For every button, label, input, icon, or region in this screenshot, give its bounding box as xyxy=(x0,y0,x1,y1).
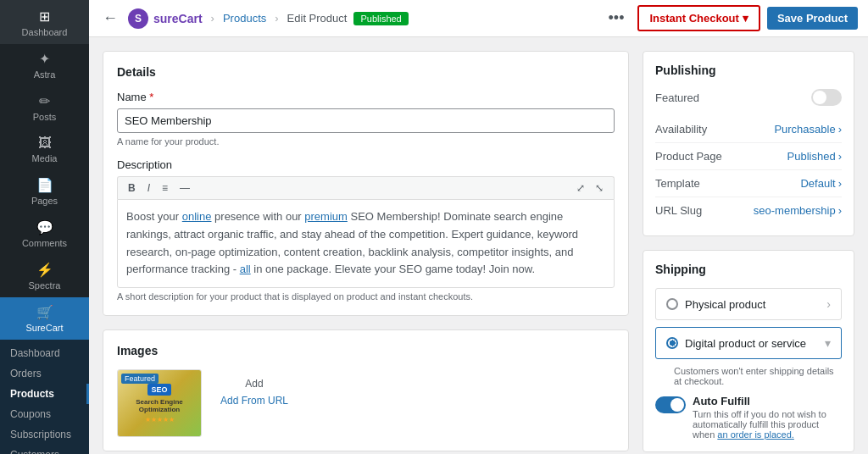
back-button[interactable]: ← xyxy=(99,6,121,30)
shipping-title: Shipping xyxy=(655,263,842,276)
image-featured-badge: Featured xyxy=(121,374,159,384)
sidebar-item-comments[interactable]: 💬 Comments xyxy=(0,213,89,255)
auto-fulfill-row: Auto Fulfill Turn this off if you do not… xyxy=(655,395,842,440)
breadcrumb-products[interactable]: Products xyxy=(223,12,266,25)
template-label: Template xyxy=(655,177,700,190)
chevron-right-icon4: › xyxy=(838,204,842,217)
left-column: Details Name * A name for your product. … xyxy=(103,51,629,440)
toggle-knob xyxy=(813,91,826,104)
posts-icon: ✏ xyxy=(39,93,50,109)
url-slug-value[interactable]: seo-membership › xyxy=(754,204,842,217)
sidebar-item-media[interactable]: 🖼 Media xyxy=(0,129,89,170)
editor-toolbar: B I ≡ — ⤢ ⤡ xyxy=(117,176,615,199)
description-text: Boost your online presence with our prem… xyxy=(126,210,578,275)
description-editor[interactable]: Boost your online presence with our prem… xyxy=(117,199,615,288)
sidebar-label-surecart: SureCart xyxy=(25,323,63,333)
breadcrumb-sep1: › xyxy=(211,12,214,25)
auto-fulfill-title: Auto Fulfill xyxy=(693,395,842,407)
status-badge: Published xyxy=(353,12,408,25)
publishing-card: Publishing Featured Availability Purchas… xyxy=(643,51,854,236)
product-page-row: Product Page Published › xyxy=(655,143,842,170)
featured-label: Featured xyxy=(655,91,699,104)
product-page-value[interactable]: Published › xyxy=(787,150,842,163)
digital-label: Digital product or service xyxy=(685,337,806,350)
auto-fulfill-toggle[interactable] xyxy=(655,396,686,413)
sidebar-item-pages[interactable]: 📄 Pages xyxy=(0,170,89,213)
chevron-right-icon3: › xyxy=(838,177,842,190)
astra-icon: ✦ xyxy=(39,51,50,67)
shipping-card: Shipping Physical product › Digital prod… xyxy=(643,250,854,452)
rule-button[interactable]: — xyxy=(176,180,193,196)
logo-icon: S xyxy=(128,8,148,29)
featured-toggle[interactable] xyxy=(811,89,842,106)
comments-icon: 💬 xyxy=(36,219,53,235)
instant-checkout-button[interactable]: Instant Checkout ▾ xyxy=(637,5,760,31)
sidebar-sub-subscriptions[interactable]: Subscriptions xyxy=(0,424,89,445)
name-label: Name * xyxy=(117,91,615,103)
bold-button[interactable]: B xyxy=(125,180,139,196)
url-slug-label: URL Slug xyxy=(655,204,702,217)
pages-icon: 📄 xyxy=(36,177,53,193)
images-card: Images Featured SEO Search EngineOptimiz… xyxy=(103,329,629,451)
save-product-button[interactable]: Save Product xyxy=(767,7,858,30)
surecart-icon: 🛒 xyxy=(36,304,53,320)
auto-toggle-knob xyxy=(670,398,684,412)
breadcrumb-edit-product: Edit Product xyxy=(287,12,348,25)
sidebar-label-dashboard: Dashboard xyxy=(22,27,68,37)
product-name-input[interactable] xyxy=(117,108,615,133)
media-icon: 🖼 xyxy=(38,136,52,151)
sidebar-label-posts: Posts xyxy=(33,112,57,122)
name-field-group: Name * A name for your product. xyxy=(117,91,615,147)
sidebar-label-comments: Comments xyxy=(22,238,67,248)
digital-radio xyxy=(666,337,678,349)
url-slug-row: URL Slug seo-membership › xyxy=(655,197,842,224)
content-area: Details Name * A name for your product. … xyxy=(89,37,868,454)
sidebar-label-spectra: Spectra xyxy=(29,280,61,291)
sidebar-sub-dashboard[interactable]: Dashboard xyxy=(0,343,89,363)
sidebar-sub-customers[interactable]: Customers xyxy=(0,445,89,454)
physical-product-option[interactable]: Physical product › xyxy=(655,288,842,320)
auto-fulfill-desc: Turn this off if you do not wish to auto… xyxy=(693,409,842,440)
product-image-thumb[interactable]: Featured SEO Search EngineOptimization ★… xyxy=(117,369,202,437)
sidebar-item-dashboard[interactable]: ⊞ Dashboard xyxy=(0,0,89,44)
sidebar-item-surecart[interactable]: 🛒 SureCart xyxy=(0,297,89,340)
instant-checkout-label: Instant Checkout xyxy=(649,12,738,25)
sidebar-item-posts[interactable]: ✏ Posts xyxy=(0,86,89,129)
images-grid: Featured SEO Search EngineOptimization ★… xyxy=(117,369,615,437)
italic-button[interactable]: I xyxy=(144,180,153,196)
sidebar-sub-products[interactable]: Products xyxy=(0,384,89,404)
physical-chevron-icon: › xyxy=(826,297,831,311)
list-button[interactable]: ≡ xyxy=(159,180,171,196)
add-text: Add xyxy=(245,378,263,390)
template-value[interactable]: Default › xyxy=(800,177,842,190)
logo: S sureCart xyxy=(128,8,203,29)
digital-option-left: Digital product or service xyxy=(666,337,806,350)
sidebar-sub-coupons[interactable]: Coupons xyxy=(0,404,89,424)
sidebar-item-spectra[interactable]: ⚡ Spectra xyxy=(0,255,89,297)
add-from-url-link[interactable]: Add From URL xyxy=(220,395,288,407)
name-hint: A name for your product. xyxy=(117,136,615,147)
details-title: Details xyxy=(117,65,615,79)
digital-desc: Customers won't enter shipping details a… xyxy=(655,366,842,386)
physical-label: Physical product xyxy=(685,298,765,311)
sidebar-label-pages: Pages xyxy=(31,196,58,206)
right-column: Publishing Featured Availability Purchas… xyxy=(643,51,854,440)
sidebar-label-media: Media xyxy=(32,153,58,163)
publishing-title: Publishing xyxy=(655,64,842,77)
product-page-label: Product Page xyxy=(655,150,722,163)
image-add-area: Add Add From URL xyxy=(212,369,297,415)
auto-fulfill-text: Auto Fulfill Turn this off if you do not… xyxy=(693,395,842,440)
sidebar-sub-orders[interactable]: Orders xyxy=(0,363,89,384)
shrink-button[interactable]: ⤡ xyxy=(592,180,607,196)
chevron-right-icon2: › xyxy=(838,150,842,163)
description-field-group: Description B I ≡ — ⤢ ⤡ Boost your onlin… xyxy=(117,158,615,302)
description-label: Description xyxy=(117,158,615,171)
expand-button[interactable]: ⤢ xyxy=(573,180,588,196)
digital-product-option[interactable]: Digital product or service ▾ xyxy=(655,327,842,359)
spectra-icon: ⚡ xyxy=(36,262,53,278)
digital-chevron-icon: ▾ xyxy=(825,336,831,350)
more-options-button[interactable]: ••• xyxy=(602,6,632,30)
availability-value[interactable]: Purchasable › xyxy=(774,123,842,136)
sidebar-item-astra[interactable]: ✦ Astra xyxy=(0,44,89,86)
availability-row: Availability Purchasable › xyxy=(655,116,842,143)
